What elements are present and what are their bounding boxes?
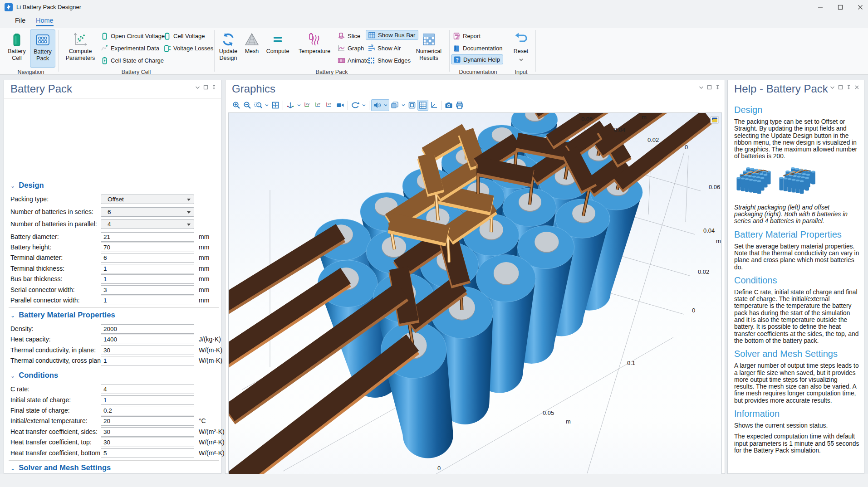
input-0-6[interactable]: 1 bbox=[101, 264, 194, 273]
input-0-9[interactable]: 1 bbox=[101, 296, 194, 305]
show-edges-button[interactable]: Show Edges bbox=[368, 55, 411, 65]
compute-button[interactable]: Compute bbox=[264, 29, 292, 68]
input-0-4[interactable]: 70 bbox=[101, 243, 194, 252]
zoom-in-icon[interactable] bbox=[231, 100, 242, 111]
input-1-0[interactable]: 2000 bbox=[101, 324, 194, 334]
unit-label: mm bbox=[199, 244, 209, 251]
numerical-results-button[interactable]: NumericalResults bbox=[414, 29, 444, 68]
zoom-extents-icon[interactable] bbox=[270, 100, 281, 111]
input-2-0[interactable]: 4 bbox=[101, 385, 194, 394]
panel-pin-icon[interactable] bbox=[846, 85, 851, 90]
panel-float-icon[interactable] bbox=[838, 85, 843, 90]
voltage-losses-button[interactable]: Voltage Losses bbox=[163, 43, 213, 53]
scene-light-icon[interactable] bbox=[372, 100, 383, 111]
field-label: Terminal thickness: bbox=[10, 265, 64, 272]
view-yz-icon[interactable]: yz bbox=[313, 100, 324, 111]
combo-0-0[interactable]: Offset bbox=[101, 195, 194, 204]
field-label: Final state of charge: bbox=[10, 407, 70, 414]
panel-pin-icon[interactable] bbox=[211, 85, 216, 90]
input-0-5[interactable]: 6 bbox=[101, 253, 194, 263]
print-icon[interactable] bbox=[454, 100, 465, 111]
panel-float-icon[interactable] bbox=[203, 85, 208, 90]
panel-collapse-icon[interactable] bbox=[699, 85, 704, 90]
snapshot-icon[interactable] bbox=[443, 100, 454, 111]
experimental-data-button[interactable]: Experimental Data bbox=[101, 43, 159, 53]
go-to-view-icon[interactable] bbox=[285, 100, 296, 111]
menu-file[interactable]: File bbox=[15, 17, 25, 24]
input-1-3[interactable]: 1 bbox=[101, 356, 194, 365]
dynamic-help-button[interactable]: ? Dynamic Help bbox=[451, 54, 503, 64]
input-2-5[interactable]: 30 bbox=[101, 438, 194, 447]
section-header[interactable]: ⌄Battery Material Properties bbox=[10, 311, 115, 319]
compute-parameters-button[interactable]: ComputeParameters bbox=[63, 29, 98, 68]
slice-button[interactable]: Slice bbox=[338, 31, 360, 41]
scene-light-dropdown[interactable] bbox=[383, 100, 389, 111]
show-grid-icon[interactable] bbox=[417, 100, 428, 111]
open-circuit-voltage-button[interactable]: Open Circuit Voltage bbox=[101, 31, 165, 41]
show-axis-icon[interactable] bbox=[428, 100, 439, 111]
show-bus-bar-button[interactable]: Show Bus Bar bbox=[366, 30, 418, 40]
view-menu-dropdown[interactable] bbox=[400, 100, 407, 111]
battery-cell-button[interactable]: BatteryCell bbox=[5, 29, 28, 68]
go-to-view-dropdown[interactable] bbox=[296, 100, 302, 111]
input-2-1[interactable]: 1 bbox=[101, 395, 194, 405]
report-button[interactable]: Report bbox=[453, 31, 481, 41]
panel-pin-icon[interactable] bbox=[715, 85, 720, 90]
slice-icon bbox=[338, 32, 345, 40]
field-label: Bus bar thickness: bbox=[10, 275, 62, 282]
graph-button[interactable]: Graph bbox=[338, 43, 364, 53]
menu-home[interactable]: Home bbox=[36, 17, 54, 26]
mesh-button[interactable]: Mesh bbox=[242, 29, 262, 68]
input-0-3[interactable]: 21 bbox=[101, 232, 194, 242]
input-2-6[interactable]: 5 bbox=[101, 448, 194, 458]
zoom-box-icon[interactable] bbox=[253, 100, 264, 111]
cell-voltage-button[interactable]: Cell Voltage bbox=[163, 31, 205, 41]
input-0-7[interactable]: 1 bbox=[101, 274, 194, 284]
battery-pack-button[interactable]: BatteryPack bbox=[30, 29, 55, 68]
help-heading: Solver and Mesh Settings bbox=[734, 349, 859, 359]
maximize-button[interactable] bbox=[836, 3, 845, 12]
input-0-8[interactable]: 3 bbox=[101, 285, 194, 295]
reset-button[interactable]: Reset bbox=[510, 29, 532, 68]
view-xy-icon[interactable]: xy bbox=[302, 100, 313, 111]
update-design-button[interactable]: UpdateDesign bbox=[216, 29, 240, 68]
input-1-2[interactable]: 30 bbox=[101, 346, 194, 355]
zoom-out-icon[interactable] bbox=[242, 100, 253, 111]
close-button[interactable] bbox=[856, 3, 865, 12]
input-2-2[interactable]: 0.2 bbox=[101, 406, 194, 415]
input-1-1[interactable]: 1400 bbox=[101, 335, 194, 344]
window-title: Li Battery Pack Designer bbox=[16, 4, 81, 10]
animate-button[interactable]: Animate bbox=[338, 55, 369, 65]
svg-text:0.02: 0.02 bbox=[698, 268, 709, 275]
section-header[interactable]: ⌄Conditions bbox=[10, 371, 58, 380]
minimize-button[interactable] bbox=[816, 3, 825, 12]
zoom-box-dropdown[interactable] bbox=[264, 100, 270, 111]
cell-state-of-charge-button[interactable]: Cell State of Charge bbox=[101, 55, 164, 65]
transparency-icon[interactable] bbox=[407, 100, 417, 111]
panel-close-icon[interactable] bbox=[854, 85, 859, 90]
documentation-button[interactable]: Documentation bbox=[453, 43, 502, 53]
input-2-4[interactable]: 30 bbox=[101, 427, 194, 437]
combo-0-2[interactable]: 4 bbox=[101, 219, 194, 229]
panel-float-icon[interactable] bbox=[707, 85, 712, 90]
unit-label: W/(m²·K) bbox=[199, 438, 225, 446]
svg-text:xz: xz bbox=[328, 102, 331, 106]
view-menu-icon[interactable] bbox=[389, 100, 400, 111]
temperature-button[interactable]: Temperature bbox=[294, 29, 335, 68]
help-paragraph: Set the average battery material propert… bbox=[734, 243, 859, 271]
input-2-3[interactable]: 20 bbox=[101, 416, 194, 426]
experimental-data-icon bbox=[101, 44, 108, 52]
panel-collapse-icon[interactable] bbox=[195, 85, 200, 90]
rotate-icon[interactable] bbox=[350, 100, 361, 111]
combo-0-1[interactable]: 6 bbox=[101, 207, 194, 217]
field-label: Thermal conductivity, cross plane: bbox=[10, 357, 106, 364]
show-air-button[interactable]: Show Air bbox=[368, 43, 401, 53]
section-header[interactable]: ⌄Design bbox=[10, 181, 44, 190]
view-camera-icon[interactable] bbox=[335, 100, 346, 111]
group-label-input: Input bbox=[507, 69, 535, 75]
view-xz-icon[interactable]: xz bbox=[324, 100, 335, 111]
graphics-canvas[interactable]: 0.060.040.02m00.060.04m0.0200.10.05m0 bbox=[228, 112, 722, 487]
section-header[interactable]: ⌄Solver and Mesh Settings bbox=[10, 463, 111, 472]
rotate-dropdown[interactable] bbox=[361, 100, 367, 111]
panel-collapse-icon[interactable] bbox=[830, 85, 835, 90]
